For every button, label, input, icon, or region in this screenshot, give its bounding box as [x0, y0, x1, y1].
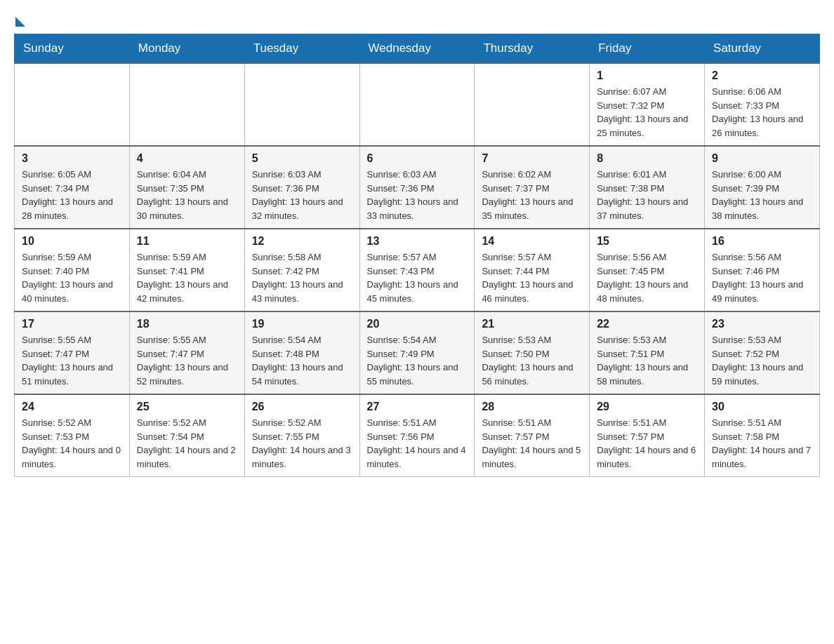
day-number: 8	[597, 152, 697, 165]
calendar-cell: 12Sunrise: 5:58 AMSunset: 7:42 PMDayligh…	[244, 229, 359, 311]
weekday-header-friday: Friday	[590, 34, 705, 64]
week-row-4: 17Sunrise: 5:55 AMSunset: 7:47 PMDayligh…	[15, 311, 820, 394]
day-info: Sunrise: 5:59 AMSunset: 7:41 PMDaylight:…	[137, 250, 237, 305]
day-number: 24	[22, 401, 122, 413]
day-info: Sunrise: 5:55 AMSunset: 7:47 PMDaylight:…	[22, 333, 122, 388]
day-number: 4	[137, 152, 237, 165]
day-number: 25	[137, 401, 237, 413]
calendar-cell: 10Sunrise: 5:59 AMSunset: 7:40 PMDayligh…	[15, 229, 130, 311]
day-number: 26	[252, 401, 352, 413]
day-info: Sunrise: 6:02 AMSunset: 7:37 PMDaylight:…	[482, 168, 582, 222]
weekday-header-monday: Monday	[129, 34, 244, 64]
week-row-3: 10Sunrise: 5:59 AMSunset: 7:40 PMDayligh…	[15, 229, 820, 311]
day-number: 17	[22, 318, 122, 330]
day-info: Sunrise: 5:55 AMSunset: 7:47 PMDaylight:…	[137, 333, 237, 388]
calendar-cell: 6Sunrise: 6:03 AMSunset: 7:36 PMDaylight…	[359, 146, 475, 229]
calendar-cell: 9Sunrise: 6:00 AMSunset: 7:39 PMDaylight…	[705, 146, 820, 229]
day-info: Sunrise: 6:04 AMSunset: 7:35 PMDaylight:…	[137, 168, 237, 222]
day-number: 5	[252, 152, 352, 165]
day-number: 16	[712, 235, 812, 248]
weekday-header-saturday: Saturday	[705, 34, 820, 64]
weekday-header-tuesday: Tuesday	[244, 34, 359, 64]
day-number: 28	[482, 401, 582, 413]
day-number: 30	[712, 401, 812, 413]
calendar-cell: 20Sunrise: 5:54 AMSunset: 7:49 PMDayligh…	[359, 311, 475, 394]
day-number: 23	[712, 318, 812, 330]
day-number: 15	[597, 235, 697, 248]
day-info: Sunrise: 5:51 AMSunset: 7:57 PMDaylight:…	[597, 416, 697, 471]
day-info: Sunrise: 5:53 AMSunset: 7:52 PMDaylight:…	[712, 333, 812, 388]
calendar-cell: 30Sunrise: 5:51 AMSunset: 7:58 PMDayligh…	[705, 394, 820, 477]
calendar-cell: 7Sunrise: 6:02 AMSunset: 7:37 PMDaylight…	[475, 146, 590, 229]
day-info: Sunrise: 5:52 AMSunset: 7:54 PMDaylight:…	[137, 416, 237, 471]
day-info: Sunrise: 5:52 AMSunset: 7:55 PMDaylight:…	[252, 416, 352, 471]
weekday-header-wednesday: Wednesday	[359, 34, 475, 64]
day-info: Sunrise: 5:56 AMSunset: 7:46 PMDaylight:…	[712, 250, 812, 305]
week-row-5: 24Sunrise: 5:52 AMSunset: 7:53 PMDayligh…	[15, 394, 820, 477]
calendar-cell: 23Sunrise: 5:53 AMSunset: 7:52 PMDayligh…	[705, 311, 820, 394]
day-number: 22	[597, 318, 697, 330]
calendar-cell: 26Sunrise: 5:52 AMSunset: 7:55 PMDayligh…	[244, 394, 359, 477]
day-info: Sunrise: 5:59 AMSunset: 7:40 PMDaylight:…	[22, 250, 122, 305]
day-info: Sunrise: 5:53 AMSunset: 7:50 PMDaylight:…	[482, 333, 582, 388]
logo-arrow-icon	[15, 17, 25, 27]
calendar-cell: 17Sunrise: 5:55 AMSunset: 7:47 PMDayligh…	[15, 311, 130, 394]
calendar-cell: 28Sunrise: 5:51 AMSunset: 7:57 PMDayligh…	[475, 394, 590, 477]
day-number: 12	[252, 235, 352, 248]
day-number: 21	[482, 318, 582, 330]
calendar-cell: 13Sunrise: 5:57 AMSunset: 7:43 PMDayligh…	[359, 229, 475, 311]
calendar-cell	[129, 63, 244, 146]
day-info: Sunrise: 6:01 AMSunset: 7:38 PMDaylight:…	[597, 168, 697, 222]
day-info: Sunrise: 5:58 AMSunset: 7:42 PMDaylight:…	[252, 250, 352, 305]
day-info: Sunrise: 5:54 AMSunset: 7:49 PMDaylight:…	[367, 333, 468, 388]
day-info: Sunrise: 5:51 AMSunset: 7:57 PMDaylight:…	[482, 416, 582, 471]
calendar-cell: 15Sunrise: 5:56 AMSunset: 7:45 PMDayligh…	[590, 229, 705, 311]
day-number: 19	[252, 318, 352, 330]
calendar-cell	[15, 63, 130, 146]
day-number: 1	[597, 69, 697, 82]
header	[14, 14, 820, 22]
day-number: 9	[712, 152, 812, 165]
day-info: Sunrise: 6:00 AMSunset: 7:39 PMDaylight:…	[712, 168, 812, 222]
day-number: 3	[22, 152, 122, 165]
day-number: 18	[137, 318, 237, 330]
calendar-cell	[359, 63, 475, 146]
day-number: 10	[22, 235, 122, 248]
day-info: Sunrise: 5:57 AMSunset: 7:43 PMDaylight:…	[367, 250, 468, 305]
day-number: 2	[712, 69, 812, 82]
day-info: Sunrise: 5:57 AMSunset: 7:44 PMDaylight:…	[482, 250, 582, 305]
calendar-cell: 19Sunrise: 5:54 AMSunset: 7:48 PMDayligh…	[244, 311, 359, 394]
calendar-cell: 8Sunrise: 6:01 AMSunset: 7:38 PMDaylight…	[590, 146, 705, 229]
calendar-cell: 25Sunrise: 5:52 AMSunset: 7:54 PMDayligh…	[129, 394, 244, 477]
calendar-cell	[244, 63, 359, 146]
calendar-cell: 18Sunrise: 5:55 AMSunset: 7:47 PMDayligh…	[129, 311, 244, 394]
day-number: 27	[367, 401, 468, 413]
logo	[14, 14, 25, 22]
day-info: Sunrise: 5:54 AMSunset: 7:48 PMDaylight:…	[252, 333, 352, 388]
day-info: Sunrise: 5:51 AMSunset: 7:56 PMDaylight:…	[367, 416, 468, 471]
calendar-cell: 21Sunrise: 5:53 AMSunset: 7:50 PMDayligh…	[475, 311, 590, 394]
day-info: Sunrise: 6:07 AMSunset: 7:32 PMDaylight:…	[597, 85, 697, 140]
calendar-cell: 3Sunrise: 6:05 AMSunset: 7:34 PMDaylight…	[15, 146, 130, 229]
day-info: Sunrise: 5:52 AMSunset: 7:53 PMDaylight:…	[22, 416, 122, 471]
calendar-cell: 2Sunrise: 6:06 AMSunset: 7:33 PMDaylight…	[705, 63, 820, 146]
calendar-cell: 1Sunrise: 6:07 AMSunset: 7:32 PMDaylight…	[590, 63, 705, 146]
day-number: 20	[367, 318, 468, 330]
day-number: 7	[482, 152, 582, 165]
weekday-header-thursday: Thursday	[475, 34, 590, 64]
day-number: 13	[367, 235, 468, 248]
day-info: Sunrise: 6:06 AMSunset: 7:33 PMDaylight:…	[712, 85, 812, 140]
calendar-cell: 24Sunrise: 5:52 AMSunset: 7:53 PMDayligh…	[15, 394, 130, 477]
day-number: 14	[482, 235, 582, 248]
day-number: 6	[367, 152, 468, 165]
day-info: Sunrise: 5:53 AMSunset: 7:51 PMDaylight:…	[597, 333, 697, 388]
day-info: Sunrise: 5:56 AMSunset: 7:45 PMDaylight:…	[597, 250, 697, 305]
week-row-2: 3Sunrise: 6:05 AMSunset: 7:34 PMDaylight…	[15, 146, 820, 229]
calendar-cell: 16Sunrise: 5:56 AMSunset: 7:46 PMDayligh…	[705, 229, 820, 311]
calendar-table: SundayMondayTuesdayWednesdayThursdayFrid…	[14, 34, 820, 477]
calendar-cell: 29Sunrise: 5:51 AMSunset: 7:57 PMDayligh…	[590, 394, 705, 477]
calendar-cell: 5Sunrise: 6:03 AMSunset: 7:36 PMDaylight…	[244, 146, 359, 229]
calendar-cell: 22Sunrise: 5:53 AMSunset: 7:51 PMDayligh…	[590, 311, 705, 394]
calendar-cell: 27Sunrise: 5:51 AMSunset: 7:56 PMDayligh…	[359, 394, 475, 477]
calendar-cell: 11Sunrise: 5:59 AMSunset: 7:41 PMDayligh…	[129, 229, 244, 311]
